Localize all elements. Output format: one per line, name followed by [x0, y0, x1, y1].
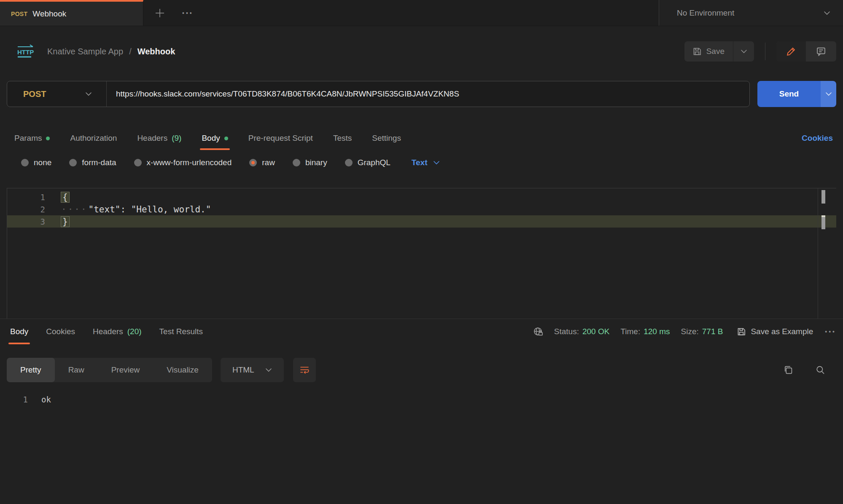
response-tab-test-results[interactable]: Test Results [159, 319, 203, 344]
request-body-editor[interactable]: 1 { 2 ····"text": "Hello, world." 3 } [7, 188, 836, 319]
edit-request-button[interactable] [776, 41, 806, 62]
tab-pre-request-script[interactable]: Pre-request Script [248, 126, 313, 150]
response-tab-body[interactable]: Body [10, 319, 28, 344]
request-bar: POST https://hooks.slack.com/services/T0… [7, 81, 836, 107]
edit-comment-group [776, 41, 836, 62]
cookies-link[interactable]: Cookies [802, 134, 833, 143]
mode-none-label: none [34, 158, 51, 167]
view-pretty[interactable]: Pretty [7, 358, 55, 382]
view-raw[interactable]: Raw [55, 358, 98, 382]
tab-body-label: Body [202, 134, 220, 143]
breadcrumb-separator: / [129, 47, 132, 56]
wrap-text-button[interactable] [293, 358, 316, 382]
chevron-down-icon [85, 92, 92, 96]
view-visualize[interactable]: Visualize [153, 358, 212, 382]
tab-params[interactable]: Params [14, 126, 50, 150]
environment-selector[interactable]: No Environment [659, 0, 843, 26]
mode-graphql-label: GraphQL [358, 158, 391, 167]
tab-authorization-label: Authorization [70, 134, 117, 143]
method-selector[interactable]: POST [7, 81, 107, 107]
editor-overview-ruler[interactable] [818, 188, 836, 319]
time-value[interactable]: 120 ms [644, 327, 670, 336]
editor-active-line: 3 } [7, 215, 836, 228]
size-label: Size: [681, 327, 699, 336]
size-value[interactable]: 771 B [702, 327, 723, 336]
response-tab-headers[interactable]: Headers (20) [93, 319, 142, 344]
tab-strip: ••• [143, 0, 659, 26]
tab-pre-request-label: Pre-request Script [248, 134, 313, 143]
line-number: 1 [0, 395, 28, 404]
request-tab[interactable]: POST Webhook [0, 0, 143, 26]
status-value[interactable]: 200 OK [582, 327, 609, 336]
response-meta: Status: 200 OK Time: 120 ms Size: 771 B … [531, 327, 836, 337]
send-button-label: Send [779, 89, 799, 99]
breadcrumb-collection[interactable]: Knative Sample App [47, 47, 123, 56]
save-button[interactable]: Save [684, 41, 733, 62]
mode-none[interactable]: none [21, 158, 51, 167]
response-tab-cookies[interactable]: Cookies [46, 319, 75, 344]
response-tab-test-results-label: Test Results [159, 327, 203, 336]
send-options-button[interactable] [821, 81, 836, 107]
tab-params-label: Params [14, 134, 42, 143]
wrap-text-icon [299, 365, 310, 375]
network-info-button[interactable] [533, 327, 543, 337]
tab-method-label: POST [11, 11, 27, 17]
mode-urlencoded[interactable]: x-www-form-urlencoded [134, 158, 232, 167]
send-split-button: Send [757, 81, 836, 107]
new-tab-button[interactable] [154, 8, 165, 19]
raw-language-selector[interactable]: Text [412, 158, 440, 167]
response-options-button[interactable]: ••• [825, 328, 836, 335]
save-options-button[interactable] [733, 41, 754, 62]
response-headers-count: (20) [127, 327, 142, 336]
response-format-label: HTML [232, 365, 254, 375]
tab-settings[interactable]: Settings [372, 126, 401, 150]
view-preview[interactable]: Preview [98, 358, 154, 382]
radio-icon [134, 159, 142, 166]
response-format-selector[interactable]: HTML [221, 358, 284, 382]
chevron-down-icon [824, 11, 830, 15]
radio-selected-icon [249, 159, 257, 166]
tab-body[interactable]: Body [202, 126, 228, 150]
status-label: Status: [554, 327, 579, 336]
radio-icon [21, 159, 29, 166]
line-number: 3 [7, 217, 45, 226]
time-pair: Time: 120 ms [620, 327, 670, 336]
mode-urlencoded-label: x-www-form-urlencoded [147, 158, 232, 167]
ellipsis-icon: ••• [182, 10, 194, 16]
chevron-down-icon [825, 92, 832, 96]
size-pair: Size: 771 B [681, 327, 723, 336]
tab-tests[interactable]: Tests [333, 126, 352, 150]
response-body-viewer[interactable]: 1 ok [0, 393, 843, 406]
mode-graphql[interactable]: GraphQL [345, 158, 391, 167]
copy-button[interactable] [783, 365, 793, 375]
url-input[interactable]: https://hooks.slack.com/services/T06TD83… [107, 89, 459, 99]
active-tab-underline [8, 343, 30, 344]
floppy-disk-icon [693, 47, 701, 56]
response-tab-headers-label: Headers [93, 327, 123, 336]
mode-binary[interactable]: binary [293, 158, 327, 167]
search-button[interactable] [815, 365, 825, 375]
postman-window: POST Webhook ••• No Environment HTTP Kna… [0, 0, 843, 504]
response-header: Body Cookies Headers (20) Test Results S… [0, 319, 843, 344]
breadcrumb-request-name[interactable]: Webhook [137, 47, 175, 56]
editor-line: 1 { [7, 191, 836, 203]
save-as-example-button[interactable]: Save as Example [737, 327, 813, 336]
line-number: 1 [7, 193, 45, 202]
comments-button[interactable] [806, 41, 836, 62]
mode-raw[interactable]: raw [249, 158, 275, 167]
radio-icon [69, 159, 77, 166]
response-view-switcher: Pretty Raw Preview Visualize [7, 358, 212, 382]
mode-form-data[interactable]: form-data [69, 158, 116, 167]
time-label: Time: [620, 327, 640, 336]
tab-options-button[interactable]: ••• [182, 10, 194, 16]
chevron-down-icon [433, 161, 440, 165]
tab-headers[interactable]: Headers (9) [137, 126, 181, 150]
line-number: 2 [7, 205, 45, 214]
send-button[interactable]: Send [757, 81, 821, 107]
request-tabs: Params Authorization Headers (9) Body Pr… [0, 126, 843, 150]
tab-authorization[interactable]: Authorization [70, 126, 117, 150]
floppy-disk-icon [737, 327, 746, 336]
response-body-text: ok [41, 395, 51, 404]
headers-count: (9) [172, 134, 181, 143]
status-pair: Status: 200 OK [554, 327, 610, 336]
